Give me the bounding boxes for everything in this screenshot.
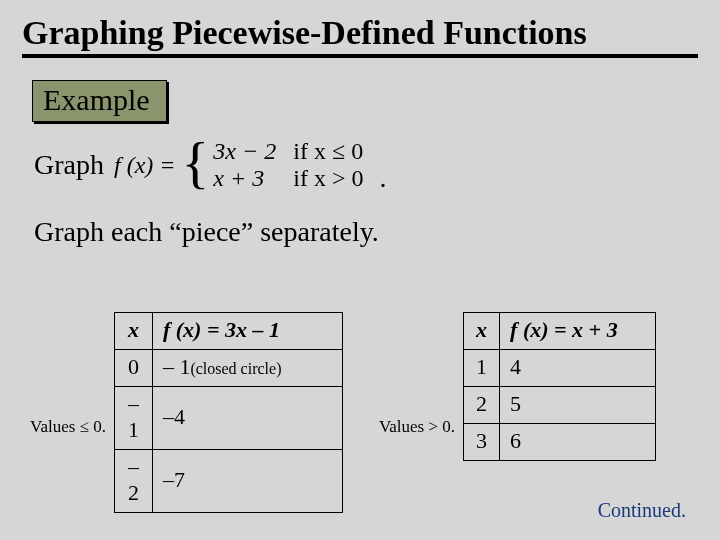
t1-x-0: 0 (114, 350, 152, 387)
sentence-period: . (380, 162, 387, 194)
tables-area: Values ≤ 0. x f (x) = 3x – 1 0 – 1(close… (0, 312, 720, 513)
t1-x-2: –2 (114, 450, 152, 513)
table-row: –1 –4 (114, 387, 342, 450)
piece2-expr: x + 3 (213, 165, 285, 192)
t1-fx-0: – 1(closed circle) (152, 350, 342, 387)
t2-x-0: 1 (464, 350, 500, 387)
continued-label: Continued. (598, 499, 686, 522)
t2-x-1: 2 (464, 387, 500, 424)
t1-head-x: x (114, 313, 152, 350)
t2-head-x: x (464, 313, 500, 350)
table-row: 3 6 (464, 424, 656, 461)
piece1-expr: 3x − 2 (213, 138, 285, 165)
example-box: Example (32, 80, 167, 122)
page-title: Graphing Piecewise-Defined Functions (0, 0, 720, 54)
piecewise-def: f (x) = { 3x − 2 if x ≤ 0 x + 3 if x > 0 (114, 136, 364, 194)
table-left: x f (x) = 3x – 1 0 – 1(closed circle) –1… (114, 312, 343, 513)
table-right: x f (x) = x + 3 1 4 2 5 3 6 (463, 312, 656, 461)
fx-label: f (x) = (114, 152, 176, 179)
t1-head-fx: f (x) = 3x – 1 (152, 313, 342, 350)
table-row: –2 –7 (114, 450, 342, 513)
title-underline (22, 54, 698, 58)
piece2-cond: if x > 0 (293, 165, 363, 192)
table-row: 0 – 1(closed circle) (114, 350, 342, 387)
instruction-text: Graph each “piece” separately. (34, 216, 720, 248)
t2-head-fx: f (x) = x + 3 (500, 313, 656, 350)
left-table-caption: Values ≤ 0. (30, 389, 106, 437)
piece1-cond: if x ≤ 0 (293, 138, 363, 165)
t2-fx-0: 4 (500, 350, 656, 387)
graph-word: Graph (34, 149, 104, 181)
table-row: 1 4 (464, 350, 656, 387)
table-row: 2 5 (464, 387, 656, 424)
t2-x-2: 3 (464, 424, 500, 461)
t1-x-1: –1 (114, 387, 152, 450)
t1-fx-2: –7 (152, 450, 342, 513)
t1-fx-1: –4 (152, 387, 342, 450)
right-table-caption: Values > 0. (379, 389, 455, 437)
t2-fx-2: 6 (500, 424, 656, 461)
t2-fx-1: 5 (500, 387, 656, 424)
left-brace-icon: { (181, 134, 209, 192)
graph-equation-line: Graph f (x) = { 3x − 2 if x ≤ 0 x + 3 if… (34, 136, 720, 194)
